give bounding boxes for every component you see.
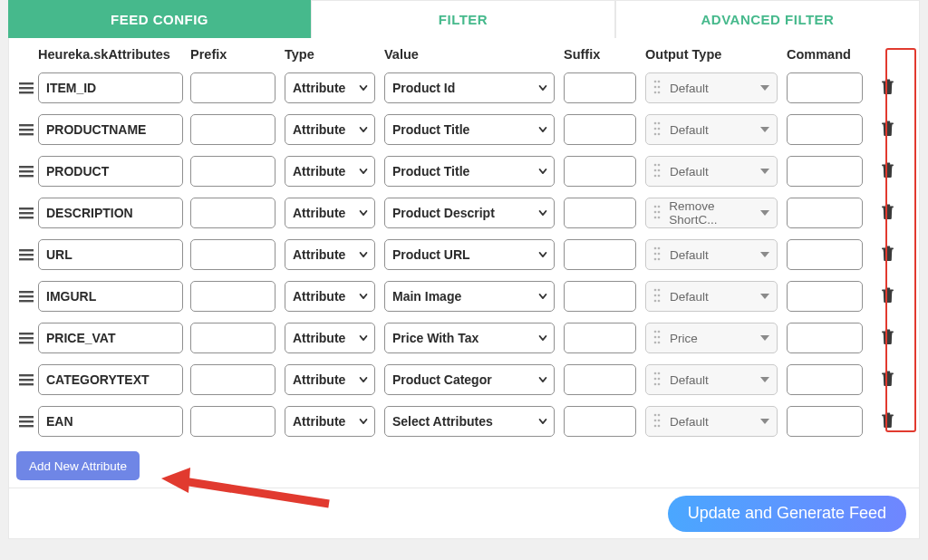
suffix-input[interactable] <box>564 364 636 395</box>
prefix-input[interactable] <box>190 239 276 270</box>
drag-handle-icon[interactable] <box>16 290 36 303</box>
output-type-select[interactable]: Default <box>645 72 778 103</box>
svg-point-77 <box>654 335 657 338</box>
attribute-input[interactable] <box>38 198 183 228</box>
tab-advanced-filter[interactable]: ADVANCED FILTER <box>615 0 920 38</box>
command-input[interactable] <box>787 239 863 270</box>
command-input[interactable] <box>787 156 863 187</box>
output-type-select[interactable]: Default <box>645 406 778 437</box>
suffix-input[interactable] <box>564 406 636 437</box>
svg-point-18 <box>658 127 661 130</box>
prefix-input[interactable] <box>190 72 276 103</box>
value-select[interactable] <box>384 114 555 145</box>
type-select[interactable] <box>285 156 375 187</box>
attribute-input[interactable] <box>38 323 183 353</box>
type-select[interactable] <box>285 323 375 353</box>
value-select[interactable] <box>384 364 555 395</box>
type-select[interactable] <box>285 72 375 103</box>
drag-handle-icon[interactable] <box>16 415 36 428</box>
attribute-input[interactable] <box>38 156 183 187</box>
attribute-input[interactable] <box>38 114 183 145</box>
delete-row-button[interactable] <box>881 290 894 305</box>
output-type-select[interactable]: Price <box>645 323 778 353</box>
output-type-select[interactable]: Remove ShortC... <box>645 198 778 228</box>
drag-handle-icon[interactable] <box>16 82 36 94</box>
prefix-input[interactable] <box>190 323 276 353</box>
type-select[interactable] <box>285 406 375 437</box>
svg-point-43 <box>654 216 657 218</box>
drag-handle-icon[interactable] <box>16 207 36 219</box>
attribute-input[interactable] <box>38 72 183 103</box>
delete-row-button[interactable] <box>881 123 894 139</box>
prefix-input[interactable] <box>190 281 276 312</box>
value-select[interactable] <box>384 281 555 312</box>
table-row: Price <box>16 317 912 359</box>
type-select[interactable] <box>285 364 375 395</box>
attribute-input[interactable] <box>38 281 183 312</box>
suffix-input[interactable] <box>564 114 636 145</box>
command-input[interactable] <box>787 364 863 395</box>
output-type-select[interactable]: Default <box>645 156 778 187</box>
suffix-input[interactable] <box>564 72 636 103</box>
attribute-input[interactable] <box>38 364 183 395</box>
delete-row-button[interactable] <box>881 332 894 347</box>
value-select[interactable] <box>384 239 555 270</box>
type-select[interactable] <box>285 239 375 270</box>
delete-row-button[interactable] <box>881 373 894 389</box>
delete-row-button[interactable] <box>881 415 894 430</box>
caret-down-icon <box>760 290 769 304</box>
command-input[interactable] <box>787 114 863 145</box>
suffix-input[interactable] <box>564 239 636 270</box>
svg-rect-84 <box>19 374 34 376</box>
suffix-input[interactable] <box>564 281 636 312</box>
suffix-input[interactable] <box>564 323 636 353</box>
prefix-input[interactable] <box>190 198 276 228</box>
command-input[interactable] <box>787 72 863 103</box>
prefix-input[interactable] <box>190 156 276 187</box>
attribute-input[interactable] <box>38 406 183 437</box>
delete-row-button[interactable] <box>881 82 894 97</box>
output-type-select[interactable]: Default <box>645 114 778 145</box>
delete-row-button[interactable] <box>881 207 894 222</box>
svg-point-39 <box>654 205 657 208</box>
svg-point-40 <box>658 205 661 208</box>
value-select[interactable] <box>384 406 555 437</box>
attribute-input[interactable] <box>38 239 183 270</box>
value-select[interactable] <box>384 323 555 353</box>
prefix-input[interactable] <box>190 406 276 437</box>
drag-handle-icon[interactable] <box>16 165 36 178</box>
svg-rect-14 <box>19 133 34 135</box>
suffix-input[interactable] <box>564 198 636 228</box>
type-select[interactable] <box>285 114 375 145</box>
type-select[interactable] <box>285 198 375 228</box>
suffix-input[interactable] <box>564 156 636 187</box>
type-select[interactable] <box>285 281 375 312</box>
tab-filter[interactable]: FILTER <box>311 0 615 38</box>
svg-rect-25 <box>19 170 34 172</box>
command-input[interactable] <box>787 281 863 312</box>
drag-handle-icon[interactable] <box>16 248 36 261</box>
output-type-select[interactable]: Default <box>645 364 778 395</box>
drag-handle-icon[interactable] <box>16 123 36 136</box>
value-select[interactable] <box>384 72 555 103</box>
svg-point-28 <box>658 163 661 166</box>
output-type-select[interactable]: Default <box>645 239 778 270</box>
tab-feed-config[interactable]: FEED CONFIG <box>8 0 311 38</box>
command-input[interactable] <box>787 198 863 228</box>
command-input[interactable] <box>787 323 863 353</box>
value-select[interactable] <box>384 198 555 228</box>
delete-row-button[interactable] <box>881 248 894 264</box>
drag-handle-icon[interactable] <box>16 332 36 344</box>
svg-marker-21 <box>760 127 769 132</box>
output-type-select[interactable]: Default <box>645 281 778 312</box>
add-new-attribute-button[interactable]: Add New Attribute <box>16 451 140 480</box>
prefix-input[interactable] <box>190 114 276 145</box>
table-row: Remove ShortC... <box>16 192 912 234</box>
value-select[interactable] <box>384 156 555 187</box>
drag-handle-icon[interactable] <box>16 373 36 386</box>
grip-icon <box>653 372 664 389</box>
command-input[interactable] <box>787 406 863 437</box>
delete-row-button[interactable] <box>881 165 894 180</box>
update-generate-feed-button[interactable]: Update and Generate Feed <box>668 496 906 532</box>
prefix-input[interactable] <box>190 364 276 395</box>
